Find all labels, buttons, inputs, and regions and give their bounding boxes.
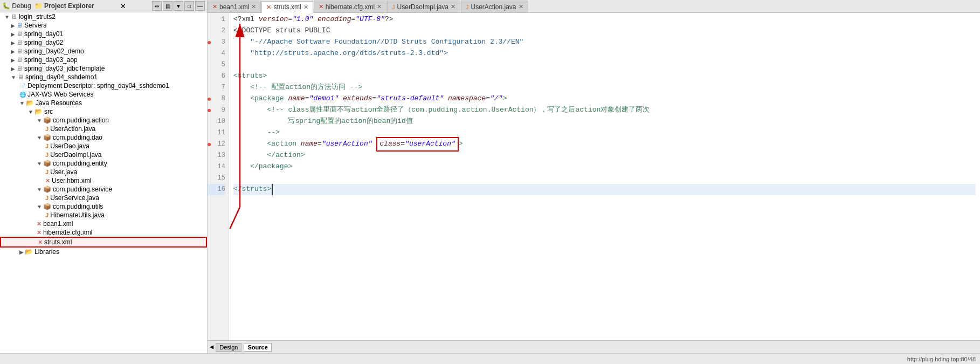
tree-label: com.pudding.action	[53, 116, 109, 124]
expand-arrow[interactable]: ▼	[4, 14, 10, 20]
line-num-5: 5	[208, 59, 225, 71]
tab-label: UserAction.java	[471, 3, 516, 11]
line-num-9: 9	[208, 105, 225, 116]
tree-item-user-hbm[interactable]: ✕ User.hbm.xml	[0, 176, 207, 185]
main-container: 🐛 Debug 📁 Project Explorer ✕ ⇔ ▤ ▼ □ — ▼…	[0, 0, 980, 353]
tree-label: src	[44, 108, 53, 115]
tree-item-login-struts2[interactable]: ▼ 🖥 login_struts2	[0, 12, 207, 21]
close-sidebar-icon[interactable]: ✕	[120, 2, 126, 10]
sidebar-header: 🐛 Debug 📁 Project Explorer ✕ ⇔ ▤ ▼ □ —	[0, 0, 207, 12]
tree-item-spring-day03-aop[interactable]: ▶ 🖥 spring_day03_aop	[0, 56, 207, 64]
tree-item-userdaoimpl[interactable]: J UserDaoImpl.java	[0, 150, 207, 159]
toolbar-btn-3[interactable]: ▼	[174, 1, 183, 11]
tree-label: login_struts2	[19, 13, 56, 20]
tree-item-spring-day04[interactable]: ▼ 🖥 spring_day04_sshdemo1	[0, 73, 207, 81]
tree-label: UserDao.java	[50, 142, 89, 150]
tree-item-dao-pkg[interactable]: ▼ 📦 com.pudding.dao	[0, 133, 207, 142]
line-num-15: 15	[208, 173, 225, 184]
sidebar-toolbar: ⇔ ▤ ▼ □ —	[152, 1, 205, 11]
tree-item-bean1[interactable]: ✕ bean1.xml	[0, 219, 207, 228]
tree-label: User.hbm.xml	[52, 177, 91, 184]
project-explorer-tab[interactable]: 📁 Project Explorer	[34, 2, 94, 10]
line-num-16: 16	[208, 184, 225, 195]
tree-item-useraction[interactable]: J UserAction.java	[0, 125, 207, 133]
tab-userdaoimpl[interactable]: J UserDaoImpl.java ✕	[387, 1, 460, 12]
tree-item-src[interactable]: ▼ 📂 src	[0, 107, 207, 116]
code-content[interactable]: <?xml version="1.0" encoding="UTF-8"?> <…	[229, 13, 980, 340]
toolbar-btn-1[interactable]: ⇔	[152, 1, 162, 11]
xml-icon: ✕	[319, 3, 323, 10]
tab-bean1[interactable]: ✕ bean1.xml ✕	[208, 1, 261, 12]
tab-label: hibernate.cfg.xml	[326, 3, 375, 11]
tab-struts[interactable]: ✕ struts.xml ✕	[261, 1, 313, 13]
expand-arrow[interactable]: ▶	[11, 23, 15, 29]
java-icon: J	[466, 4, 469, 10]
line-num-3: 3	[208, 37, 225, 48]
tree-label: spring_day02	[24, 39, 63, 46]
tab-close-struts[interactable]: ✕	[303, 4, 308, 11]
tree-item-java-resources[interactable]: ▼ 📂 Java Resources	[0, 99, 207, 107]
tree-item-service-pkg[interactable]: ▼ 📦 com.pudding.service	[0, 185, 207, 194]
tree-label: UserDaoImpl.java	[50, 151, 101, 159]
tree-item-spring-day01[interactable]: ▶ 🖥 spring_day01	[0, 30, 207, 38]
tree-label: User.java	[50, 168, 77, 176]
tree-label: spring_day01	[24, 30, 63, 38]
tree-item-hibernateutils[interactable]: J HibernateUtils.java	[0, 211, 207, 219]
tree-item-user-java[interactable]: J User.java	[0, 168, 207, 176]
source-tab[interactable]: Source	[244, 343, 271, 352]
line-num-11: 11	[208, 127, 225, 139]
tree-item-hibernate-cfg[interactable]: ✕ hibernate.cfg.xml	[0, 228, 207, 237]
tree-label: hibernate.cfg.xml	[43, 229, 92, 236]
tab-close-bean1[interactable]: ✕	[251, 3, 256, 10]
tree-item-jaxws[interactable]: 🌐 JAX-WS Web Services	[0, 90, 207, 99]
tab-bar: ✕ bean1.xml ✕ ✕ struts.xml ✕ ✕ hibernate…	[208, 0, 980, 13]
tree-item-deployment[interactable]: 📄 Deployment Descriptor: spring_day04_ss…	[0, 81, 207, 90]
code-line-3: "-//Apache Software Foundation//DTD Stru…	[233, 37, 976, 48]
code-line-6: <struts>	[233, 71, 976, 82]
tab-hibernate-cfg[interactable]: ✕ hibernate.cfg.xml ✕	[314, 1, 387, 12]
tree-item-utils-pkg[interactable]: ▼ 📦 com.pudding.utils	[0, 202, 207, 211]
tab-label: struts.xml	[273, 3, 301, 11]
editor-bottom-bar: ◀ Design Source	[208, 340, 980, 353]
tree-item-spring-day02[interactable]: ▶ 🖥 spring_day02	[0, 38, 207, 47]
tab-useraction[interactable]: J UserAction.java ✕	[461, 1, 528, 12]
tree-label: bean1.xml	[43, 220, 73, 228]
tree-label: com.pudding.utils	[53, 203, 103, 210]
toolbar-btn-2[interactable]: ▤	[163, 1, 172, 11]
code-line-12: <action name="userAction" class="userAct…	[233, 139, 976, 150]
tab-label: UserDaoImpl.java	[397, 3, 448, 11]
code-line-9: <!-- class属性里面不写action全路径了（com.pudding.a…	[233, 105, 976, 116]
tree-label: Deployment Descriptor: spring_day04_sshd…	[27, 82, 169, 90]
status-url: http://plug.hding.top:80/48	[907, 356, 976, 362]
tree-item-libraries[interactable]: ▶ 📂 Libraries	[0, 248, 207, 256]
tree-item-userdao[interactable]: J UserDao.java	[0, 142, 207, 150]
line-num-13: 13	[208, 150, 225, 161]
tree-item-spring-day02-demo[interactable]: ▶ 🖥 spring_Day02_demo	[0, 47, 207, 56]
tree-label: com.pudding.service	[53, 186, 112, 193]
tree-item-servers[interactable]: ▶ 🖥 Servers	[0, 21, 207, 30]
tree-item-spring-day03-jdbc[interactable]: ▶ 🖥 spring_day03_jdbcTemplate	[0, 64, 207, 73]
code-line-14: </package>	[233, 161, 976, 173]
debug-tab[interactable]: 🐛 Debug	[2, 2, 31, 10]
line-num-12: 12	[208, 139, 225, 150]
tree-label: JAX-WS Web Services	[27, 91, 93, 98]
code-line-15	[233, 173, 976, 184]
toolbar-btn-5[interactable]: —	[195, 1, 205, 11]
tree-item-struts-xml[interactable]: ✕ struts.xml	[0, 237, 207, 248]
tab-close-hibernate[interactable]: ✕	[377, 3, 382, 10]
code-line-4: "http://struts.apache.org/dtds/struts-2.…	[233, 48, 976, 59]
xml-icon: ✕	[212, 3, 217, 10]
tree-label: spring_day04_sshdemo1	[25, 73, 98, 81]
tree-item-entity-pkg[interactable]: ▼ 📦 com.pudding.entity	[0, 159, 207, 168]
tab-close-useraction[interactable]: ✕	[519, 3, 523, 10]
design-tab[interactable]: Design	[216, 343, 241, 352]
tree-item-action-pkg[interactable]: ▼ 📦 com.pudding.action	[0, 116, 207, 125]
tab-close-userdaoimpl[interactable]: ✕	[451, 3, 456, 10]
tree-label: spring_Day02_demo	[24, 47, 84, 55]
line-num-1: 1	[208, 14, 225, 25]
sidebar: 🐛 Debug 📁 Project Explorer ✕ ⇔ ▤ ▼ □ — ▼…	[0, 0, 208, 353]
toolbar-btn-4[interactable]: □	[184, 1, 194, 11]
tree-item-userservice[interactable]: J UserService.java	[0, 194, 207, 202]
status-bar: http://plug.hding.top:80/48	[0, 353, 980, 364]
code-editor[interactable]: 1 2 3 4 5 6 7 8 9 10 11 12 13 14 15 16	[208, 13, 980, 340]
